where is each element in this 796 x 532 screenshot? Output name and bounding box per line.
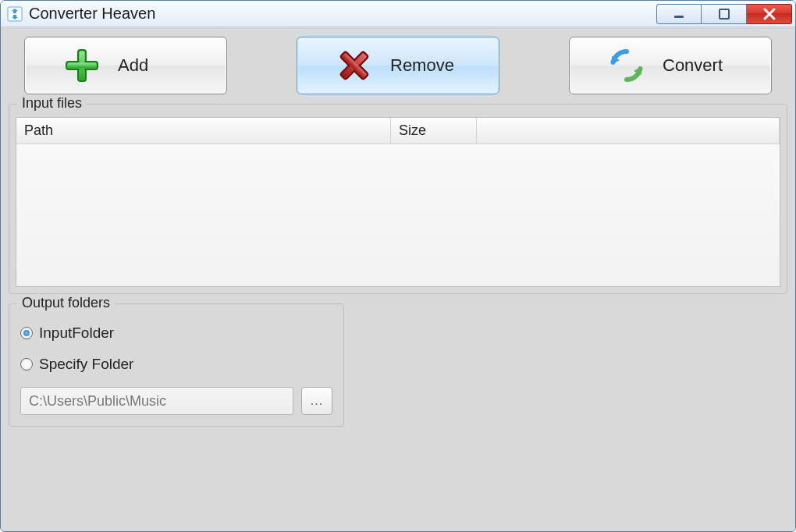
client-area: Add	[1, 27, 795, 531]
remove-label: Remove	[390, 55, 460, 76]
radio-input-folder-label[interactable]: InputFolder	[39, 325, 114, 342]
output-path-row: C:\Users\Public\Music ...	[20, 387, 332, 415]
plus-icon	[63, 47, 101, 84]
radio-input-folder[interactable]	[20, 327, 33, 339]
minimize-button[interactable]	[656, 4, 702, 24]
output-folders-group: Output folders InputFolder Specify Folde…	[9, 303, 344, 427]
app-icon	[7, 6, 23, 22]
input-files-group: Input files Path Size	[9, 104, 787, 294]
table-header: Path Size	[16, 118, 780, 144]
radio-specify-folder-label[interactable]: Specify Folder	[39, 356, 133, 373]
browse-button[interactable]: ...	[301, 387, 332, 415]
svg-rect-1	[674, 16, 684, 18]
output-path-input[interactable]: C:\Users\Public\Music	[20, 387, 293, 415]
output-folders-legend: Output folders	[17, 295, 115, 311]
remove-button[interactable]: Remove	[297, 37, 499, 94]
input-files-table[interactable]: Path Size	[16, 117, 780, 287]
radio-input-folder-row: InputFolder	[20, 325, 332, 342]
refresh-icon	[608, 47, 645, 84]
convert-button[interactable]: Convert	[569, 37, 772, 94]
x-icon	[336, 47, 373, 84]
toolbar: Add	[9, 37, 787, 94]
add-label: Add	[118, 55, 188, 76]
column-size[interactable]: Size	[391, 118, 477, 144]
close-button[interactable]	[747, 4, 792, 24]
app-window: Converter Heaven	[0, 0, 796, 532]
radio-specify-folder[interactable]	[20, 358, 33, 371]
window-title: Converter Heaven	[29, 5, 155, 23]
titlebar: Converter Heaven	[1, 1, 795, 27]
column-path[interactable]: Path	[16, 118, 391, 144]
input-files-legend: Input files	[17, 95, 87, 112]
svg-rect-6	[68, 63, 97, 69]
radio-specify-folder-row: Specify Folder	[20, 356, 332, 373]
convert-label: Convert	[663, 55, 733, 76]
maximize-button[interactable]	[702, 4, 747, 24]
svg-rect-2	[720, 9, 729, 19]
column-spacer	[477, 118, 780, 144]
window-controls	[656, 4, 792, 24]
add-button[interactable]: Add	[24, 37, 227, 94]
